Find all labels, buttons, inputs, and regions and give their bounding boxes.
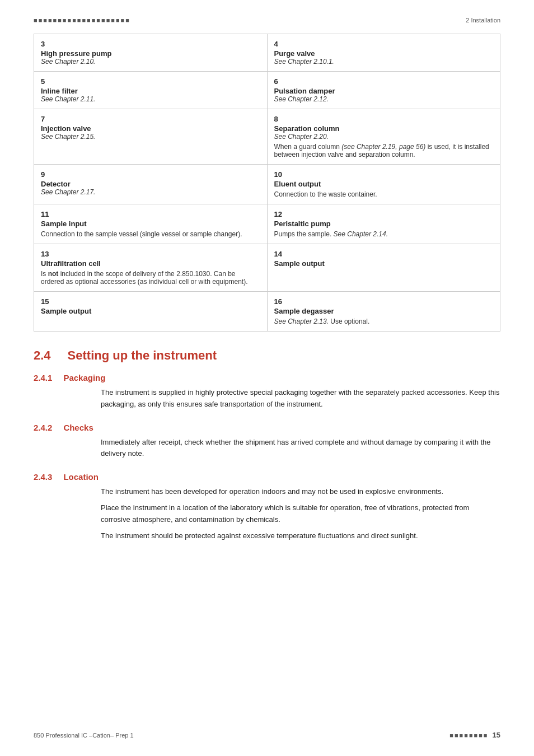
component-number: 16: [274, 297, 494, 306]
table-cell-right: 14Sample output: [267, 244, 500, 292]
component-number: 15: [41, 297, 260, 306]
subsection-heading: 2.4.3Location: [34, 472, 500, 482]
table-cell-right: 4Purge valveSee Chapter 2.10.1.: [267, 34, 500, 72]
component-name: Eluent output: [274, 180, 494, 188]
paragraph: The instrument should be protected again…: [101, 530, 500, 542]
paragraph: Place the instrument in a location of th…: [101, 502, 500, 526]
subsection-title: Packaging: [63, 373, 105, 382]
component-number: 7: [41, 115, 260, 123]
component-name: Inline filter: [41, 87, 260, 95]
component-name: Peristaltic pump: [274, 220, 494, 228]
paragraph: Immediately after receipt, check whether…: [101, 437, 500, 460]
component-name: Sample input: [41, 220, 260, 228]
component-name: Ultrafiltration cell: [41, 259, 260, 268]
table-cell-right: 6Pulsation damperSee Chapter 2.12.: [267, 72, 500, 109]
component-note: When a guard column (see Chapter 2.19, p…: [274, 143, 494, 158]
component-number: 12: [274, 210, 494, 218]
subsection-heading: 2.4.2Checks: [34, 423, 500, 432]
component-number: 6: [274, 77, 494, 86]
component-ref: See Chapter 2.20.: [274, 133, 494, 141]
table-cell-right: 8Separation columnSee Chapter 2.20.When …: [267, 109, 500, 165]
component-number: 13: [41, 250, 260, 258]
table-cell-right: 16Sample degasserSee Chapter 2.13. Use o…: [267, 292, 500, 332]
subsection-content: The instrument has been developed for op…: [101, 486, 500, 542]
component-note: Is not included in the scope of delivery…: [41, 270, 260, 286]
component-name: Detector: [41, 180, 260, 188]
component-number: 10: [274, 170, 494, 179]
footer-left: 850 Professional IC –Cation– Prep 1: [34, 732, 134, 739]
component-ref: See Chapter 2.17.: [41, 188, 260, 196]
page: ■■■■■■■■■■■■■■■■■■■■ 2 Installation 3Hig…: [0, 0, 534, 756]
component-ref: See Chapter 2.15.: [41, 133, 260, 141]
component-name: Separation column: [274, 124, 494, 133]
component-number: 11: [41, 210, 260, 218]
component-ref: See Chapter 2.11.: [41, 95, 260, 103]
component-number: 8: [274, 115, 494, 123]
component-name: Sample output: [274, 259, 494, 268]
table-cell-right: 10Eluent outputConnection to the waste c…: [267, 165, 500, 204]
page-footer: 850 Professional IC –Cation– Prep 1 ■■■■…: [34, 731, 500, 739]
component-ref-plain: Connection to the sample vessel (single …: [41, 230, 260, 238]
footer-right: ■■■■■■■■ 15: [449, 731, 500, 739]
subsection-heading: 2.4.1Packaging: [34, 373, 500, 382]
component-table: 3High pressure pumpSee Chapter 2.10.4Pur…: [34, 34, 500, 332]
subsection-number: 2.4.2: [34, 423, 52, 432]
footer-dots: ■■■■■■■■: [449, 732, 488, 739]
subsection-number: 2.4.3: [34, 472, 52, 482]
subsection: 2.4.3LocationThe instrument has been dev…: [34, 472, 500, 542]
component-name: Pulsation damper: [274, 87, 494, 95]
table-cell-left: 5Inline filterSee Chapter 2.11.: [34, 72, 268, 109]
table-cell-left: 3High pressure pumpSee Chapter 2.10.: [34, 34, 268, 72]
component-name: High pressure pump: [41, 49, 260, 58]
component-ref: See Chapter 2.12.: [274, 95, 494, 103]
header-chapter: 2 Installation: [466, 17, 500, 24]
component-ref-plain: See Chapter 2.13. Use optional.: [274, 318, 494, 325]
component-ref: See Chapter 2.10.1.: [274, 58, 494, 66]
component-number: 5: [41, 77, 260, 86]
section-title: Setting up the instrument: [68, 348, 217, 362]
header-dots: ■■■■■■■■■■■■■■■■■■■■: [34, 17, 130, 24]
component-number: 14: [274, 250, 494, 258]
table-cell-left: 11Sample inputConnection to the sample v…: [34, 204, 268, 244]
subsection-number: 2.4.1: [34, 373, 52, 382]
component-name: Sample output: [41, 307, 260, 315]
paragraph: The instrument has been developed for op…: [101, 486, 500, 498]
component-ref-plain: Pumps the sample. See Chapter 2.14.: [274, 230, 494, 238]
table-cell-left: 9DetectorSee Chapter 2.17.: [34, 165, 268, 204]
subsection-title: Checks: [63, 423, 93, 432]
component-number: 9: [41, 170, 260, 179]
table-cell-left: 13Ultrafiltration cellIs not included in…: [34, 244, 268, 292]
subsection-content: The instrument is supplied in highly pro…: [101, 387, 500, 410]
component-number: 3: [41, 40, 260, 48]
component-ref: See Chapter 2.10.: [41, 58, 260, 66]
paragraph: The instrument is supplied in highly pro…: [101, 387, 500, 410]
table-cell-left: 7Injection valveSee Chapter 2.15.: [34, 109, 268, 165]
section-heading: 2.4Setting up the instrument: [34, 348, 500, 363]
subsection-content: Immediately after receipt, check whether…: [101, 437, 500, 460]
page-header: ■■■■■■■■■■■■■■■■■■■■ 2 Installation: [34, 17, 500, 24]
subsection: 2.4.1PackagingThe instrument is supplied…: [34, 373, 500, 410]
component-name: Purge valve: [274, 49, 494, 58]
subsection: 2.4.2ChecksImmediately after receipt, ch…: [34, 423, 500, 460]
component-number: 4: [274, 40, 494, 48]
subsection-title: Location: [63, 472, 99, 482]
component-name: Sample degasser: [274, 307, 494, 315]
component-name: Injection valve: [41, 124, 260, 133]
footer-page: 15: [493, 731, 500, 739]
table-cell-right: 12Peristaltic pumpPumps the sample. See …: [267, 204, 500, 244]
component-ref-plain: Connection to the waste container.: [274, 190, 494, 198]
section-number: 2.4: [34, 348, 51, 362]
table-cell-left: 15Sample output: [34, 292, 268, 332]
